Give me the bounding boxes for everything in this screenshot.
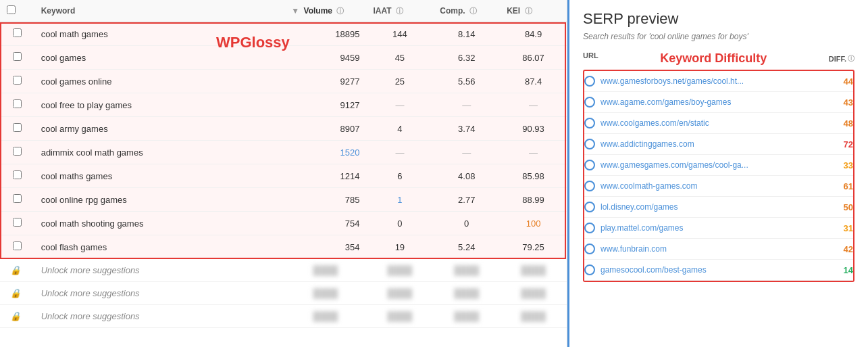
iaat-cell: 19 bbox=[366, 235, 433, 259]
url-column-header: URL bbox=[583, 51, 598, 66]
serp-difficulty-value: 61 bbox=[829, 181, 853, 191]
serp-circle-icon bbox=[584, 264, 595, 275]
serp-circle-icon bbox=[584, 181, 595, 191]
volume-cell: 1520 bbox=[284, 141, 366, 164]
volume-info-icon: ⓘ bbox=[336, 7, 344, 15]
comp-cell: 5.24 bbox=[433, 235, 500, 259]
keyword-cell: cool games online bbox=[34, 70, 285, 93]
serp-circle-icon bbox=[584, 139, 595, 149]
table-row: cool flash games354195.2479.25 bbox=[0, 235, 567, 259]
keyword-column-header: Keyword bbox=[34, 0, 285, 22]
unlock-label[interactable]: Unlock more suggestions bbox=[34, 259, 285, 282]
kei-cell: 79.25 bbox=[500, 235, 567, 259]
comp-cell: 6.32 bbox=[433, 46, 500, 70]
serp-circle-icon bbox=[584, 244, 595, 254]
serp-preview-panel: SERP preview Search results for 'cool on… bbox=[567, 0, 868, 347]
iaat-cell: 45 bbox=[366, 46, 433, 70]
keyword-cell: cool online rpg games bbox=[34, 188, 285, 212]
lock-icon: 🔒 bbox=[10, 265, 21, 275]
keyword-cell: cool math games bbox=[34, 22, 285, 46]
kei-cell: — bbox=[500, 93, 567, 117]
volume-cell: 785 bbox=[284, 188, 366, 212]
unlock-row: 🔒Unlock more suggestions████████████████ bbox=[0, 282, 567, 305]
select-all-checkbox[interactable] bbox=[7, 5, 16, 14]
serp-result-row: gamesocool.com/best-games14 bbox=[584, 260, 853, 281]
unlock-label[interactable]: Unlock more suggestions bbox=[34, 305, 285, 328]
serp-difficulty-value: 72 bbox=[829, 139, 853, 149]
table-row: adimmix cool math games1520——— bbox=[0, 141, 567, 164]
row-checkbox[interactable] bbox=[13, 241, 22, 250]
keyword-cell: cool games bbox=[34, 46, 285, 70]
unlock-label[interactable]: Unlock more suggestions bbox=[34, 282, 285, 305]
diff-info-icon: ⓘ bbox=[848, 54, 854, 64]
serp-url[interactable]: www.agame.com/games/boy-games bbox=[601, 97, 829, 107]
row-checkbox[interactable] bbox=[13, 218, 22, 227]
table-row: cool games online9277255.5687.4 bbox=[0, 70, 567, 93]
serp-url[interactable]: lol.disney.com/games bbox=[601, 202, 829, 212]
kei-cell: 88.99 bbox=[500, 188, 567, 212]
kei-info-icon: ⓘ bbox=[525, 7, 532, 15]
keyword-cell: cool maths games bbox=[34, 164, 285, 188]
serp-difficulty-value: 44 bbox=[829, 76, 853, 87]
volume-cell: 9459 bbox=[284, 46, 366, 70]
serp-result-row: www.funbrain.com42 bbox=[584, 239, 853, 260]
kei-cell: 86.07 bbox=[500, 46, 567, 70]
lock-icon: 🔒 bbox=[10, 288, 21, 298]
select-all-header[interactable] bbox=[0, 0, 34, 22]
kei-cell: 84.9 bbox=[500, 22, 567, 46]
row-checkbox[interactable] bbox=[13, 99, 22, 108]
iaat-cell: 1 bbox=[366, 188, 433, 212]
serp-circle-icon bbox=[584, 223, 595, 233]
serp-column-headers: URL Keyword Difficulty Diff. ⓘ bbox=[583, 51, 854, 66]
serp-difficulty-value: 50 bbox=[829, 202, 853, 212]
row-checkbox[interactable] bbox=[13, 147, 22, 156]
serp-url[interactable]: www.coolgames.com/en/static bbox=[601, 118, 829, 128]
serp-difficulty-value: 33 bbox=[829, 160, 853, 170]
iaat-cell: 6 bbox=[366, 164, 433, 188]
row-checkbox[interactable] bbox=[13, 52, 22, 61]
volume-cell: 18895 bbox=[284, 22, 366, 46]
iaat-cell: 144 bbox=[366, 22, 433, 46]
serp-url[interactable]: www.coolmath-games.com bbox=[601, 181, 829, 191]
row-checkbox[interactable] bbox=[13, 28, 22, 37]
serp-difficulty-value: 42 bbox=[829, 244, 853, 254]
kei-cell: 87.4 bbox=[500, 70, 567, 93]
volume-column-header[interactable]: ▼ Volume ⓘ bbox=[284, 0, 366, 22]
volume-cell: 1214 bbox=[284, 164, 366, 188]
unlock-row: 🔒Unlock more suggestions████████████████ bbox=[0, 259, 567, 282]
diff-column-header: Diff. ⓘ bbox=[829, 51, 854, 66]
comp-cell: — bbox=[433, 141, 500, 164]
serp-result-row: www.gamesforboys.net/games/cool.ht...44 bbox=[584, 71, 853, 92]
serp-difficulty-value: 43 bbox=[829, 97, 853, 108]
volume-cell: 9127 bbox=[284, 93, 366, 117]
row-checkbox[interactable] bbox=[13, 76, 22, 85]
keyword-cell: cool army games bbox=[34, 117, 285, 141]
table-row: cool free to play games9127——— bbox=[0, 93, 567, 117]
keyword-table: Keyword ▼ Volume ⓘ IAAT ⓘ Comp. ⓘ KEI bbox=[0, 0, 567, 328]
table-row: cool math shooting games75400100 bbox=[0, 212, 567, 235]
iaat-cell: 4 bbox=[366, 117, 433, 141]
row-checkbox[interactable] bbox=[13, 170, 22, 179]
table-row: cool army games890743.7490.93 bbox=[0, 117, 567, 141]
kei-cell: — bbox=[500, 141, 567, 164]
comp-column-header: Comp. ⓘ bbox=[433, 0, 500, 22]
serp-url[interactable]: play.mattel.com/games bbox=[601, 223, 829, 233]
serp-result-row: www.agame.com/games/boy-games43 bbox=[584, 92, 853, 113]
serp-url[interactable]: www.funbrain.com bbox=[601, 244, 829, 254]
serp-url[interactable]: www.gamesgames.com/games/cool-ga... bbox=[601, 160, 829, 170]
serp-result-row: lol.disney.com/games50 bbox=[584, 197, 853, 218]
serp-result-row: www.gamesgames.com/games/cool-ga...33 bbox=[584, 155, 853, 176]
row-checkbox[interactable] bbox=[13, 194, 22, 203]
serp-preview-title: SERP preview bbox=[583, 10, 854, 28]
serp-circle-icon bbox=[584, 202, 595, 212]
iaat-cell: — bbox=[366, 93, 433, 117]
table-row: cool games9459456.3286.07 bbox=[0, 46, 567, 70]
serp-difficulty-value: 48 bbox=[829, 118, 853, 129]
serp-url[interactable]: www.addictinggames.com bbox=[601, 139, 829, 149]
comp-cell: 4.08 bbox=[433, 164, 500, 188]
row-checkbox[interactable] bbox=[13, 123, 22, 132]
serp-circle-icon bbox=[584, 118, 595, 129]
volume-cell: 8907 bbox=[284, 117, 366, 141]
serp-url[interactable]: gamesocool.com/best-games bbox=[601, 265, 829, 275]
serp-url[interactable]: www.gamesforboys.net/games/cool.ht... bbox=[601, 76, 829, 86]
